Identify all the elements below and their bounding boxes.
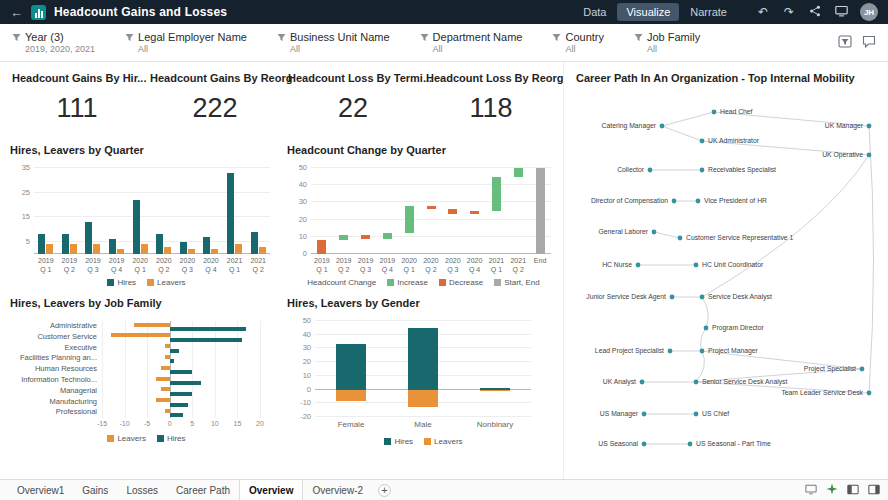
career-path-panel[interactable]: Career Path In An Organization - Top Int…	[563, 62, 888, 479]
limit-values-icon[interactable]	[838, 35, 852, 50]
bar-hires[interactable]	[109, 239, 116, 254]
canvas-tab-overview[interactable]: Overview	[239, 480, 303, 500]
bar-hires[interactable]	[227, 173, 234, 254]
bar-hires[interactable]	[408, 328, 438, 390]
bar-leavers[interactable]	[111, 333, 170, 337]
user-avatar[interactable]: JH	[860, 3, 878, 21]
filter-business-unit-name[interactable]: Business Unit Name All	[277, 31, 390, 54]
bar-leavers[interactable]	[161, 366, 170, 370]
filter-country[interactable]: Country All	[552, 31, 604, 54]
filter-year-3[interactable]: Year (3) 2019, 2020, 2021	[12, 31, 95, 54]
legend-item-hires[interactable]: Hires	[157, 434, 186, 443]
bar-leavers[interactable]	[165, 355, 170, 359]
view-tab-visualize[interactable]: Visualize	[617, 3, 679, 21]
chart-hires-leavers-by-quarter[interactable]: Hires, Leavers by Quarter 51525352019Q 1…	[8, 134, 285, 287]
share-icon[interactable]	[806, 5, 824, 20]
waterfall-bar[interactable]	[361, 235, 370, 238]
view-tab-narrate[interactable]: Narrate	[681, 3, 736, 21]
bar-leavers[interactable]	[480, 390, 510, 391]
properties-panel-icon[interactable]	[868, 484, 880, 497]
legend-item-increase[interactable]: Increase	[387, 278, 428, 287]
waterfall-bar[interactable]	[448, 209, 457, 214]
bar-hires[interactable]	[170, 403, 188, 407]
kpi-headcount-gains-by-reorg[interactable]: Headcount Gains By Reorg 222	[146, 68, 284, 134]
legend-item-start-end[interactable]: Start, End	[494, 278, 540, 287]
add-canvas-icon[interactable]: +	[378, 484, 391, 497]
legend-item-decrease[interactable]: Decrease	[439, 278, 483, 287]
bar-leavers[interactable]	[161, 387, 170, 391]
comments-icon[interactable]	[862, 35, 876, 50]
chart-hires-leavers-by-gender[interactable]: Hires, Leavers by Gender -20-10010203040…	[285, 287, 562, 446]
bar-hires[interactable]	[170, 327, 247, 331]
bar-leavers[interactable]	[164, 247, 171, 254]
career-path-network[interactable]: Catering ManagerHead ChefUK ManagerUK Ad…	[574, 92, 880, 464]
bar-hires[interactable]	[251, 232, 258, 254]
bar-hires[interactable]	[203, 237, 210, 254]
bar-leavers[interactable]	[156, 398, 170, 402]
bar-leavers[interactable]	[117, 249, 124, 254]
bar-leavers[interactable]	[134, 323, 170, 327]
bar-leavers[interactable]	[156, 377, 170, 381]
bar-hires[interactable]	[336, 344, 366, 389]
canvas-tab-overview1[interactable]: Overview1	[8, 480, 73, 500]
bar-hires[interactable]	[170, 349, 179, 353]
bar-hires[interactable]	[170, 392, 193, 396]
chart-hires-leavers-by-job-family[interactable]: Hires, Leavers by Job Family Administrat…	[8, 287, 285, 446]
back-icon[interactable]: ←	[10, 5, 23, 20]
legend-item-leavers[interactable]: Leavers	[424, 437, 462, 446]
canvas-tab-losses[interactable]: Losses	[117, 480, 167, 500]
bar-leavers[interactable]	[188, 249, 195, 254]
redo-icon[interactable]: ↷	[780, 5, 798, 19]
bar-hires[interactable]	[85, 222, 92, 254]
waterfall-bar[interactable]	[383, 233, 392, 238]
grammar-panel-icon[interactable]	[847, 484, 859, 497]
waterfall-bar[interactable]	[514, 168, 523, 177]
bar-leavers[interactable]	[141, 244, 148, 254]
bar-leavers[interactable]	[93, 244, 100, 254]
filter-job-family[interactable]: Job Family All	[634, 31, 700, 54]
filter-legal-employer-name[interactable]: Legal Employer Name All	[125, 31, 247, 54]
legend-item-hires[interactable]: Hires	[107, 278, 136, 287]
bar-hires[interactable]	[62, 234, 69, 254]
bar-hires[interactable]	[170, 370, 193, 374]
bar-hires[interactable]	[170, 413, 184, 417]
waterfall-bar[interactable]	[405, 206, 414, 234]
kpi-headcount-loss-by-termi[interactable]: Headcount Loss By Termi... 22	[284, 68, 422, 134]
waterfall-bar[interactable]	[427, 206, 436, 209]
bar-hires[interactable]	[156, 234, 163, 254]
kpi-headcount-gains-by-hir[interactable]: Headcount Gains By Hir... 111	[8, 68, 146, 134]
filter-department-name[interactable]: Department Name All	[420, 31, 523, 54]
bar-hires[interactable]	[38, 234, 45, 254]
bar-hires[interactable]	[170, 338, 242, 342]
bar-hires[interactable]	[170, 359, 175, 363]
undo-icon[interactable]: ↶	[754, 5, 772, 19]
bar-leavers[interactable]	[70, 244, 77, 254]
legend-item-leavers[interactable]: Leavers	[147, 278, 185, 287]
bar-hires[interactable]	[133, 200, 140, 254]
waterfall-bar[interactable]	[470, 211, 479, 214]
bar-leavers[interactable]	[165, 409, 170, 413]
bar-leavers[interactable]	[235, 244, 242, 254]
bar-hires[interactable]	[180, 242, 187, 254]
bar-leavers[interactable]	[165, 344, 170, 348]
canvas-tab-overview-2[interactable]: Overview-2	[303, 480, 372, 500]
present-export-icon[interactable]	[832, 5, 850, 20]
canvas-tab-career-path[interactable]: Career Path	[167, 480, 239, 500]
legend-item-headcount-change[interactable]: Headcount Change	[307, 278, 376, 287]
bar-leavers[interactable]	[211, 249, 218, 254]
canvas-tab-gains[interactable]: Gains	[73, 480, 117, 500]
legend-item-leavers[interactable]: Leavers	[107, 434, 145, 443]
kpi-headcount-loss-by-reorg[interactable]: Headcount Loss By Reorg 118	[422, 68, 560, 134]
bar-hires[interactable]	[170, 381, 202, 385]
bar-leavers[interactable]	[259, 247, 266, 254]
bar-leavers[interactable]	[336, 390, 366, 401]
legend-item-hires[interactable]: Hires	[384, 437, 413, 446]
chart-headcount-change-by-quarter[interactable]: Headcount Change by Quarter 010203040502…	[285, 134, 562, 287]
waterfall-bar[interactable]	[536, 168, 545, 254]
present-mode-icon[interactable]	[805, 484, 817, 497]
view-tab-data[interactable]: Data	[574, 3, 615, 21]
waterfall-bar[interactable]	[317, 240, 326, 254]
bar-leavers[interactable]	[408, 390, 438, 408]
bar-leavers[interactable]	[46, 244, 53, 254]
waterfall-bar[interactable]	[492, 177, 501, 211]
